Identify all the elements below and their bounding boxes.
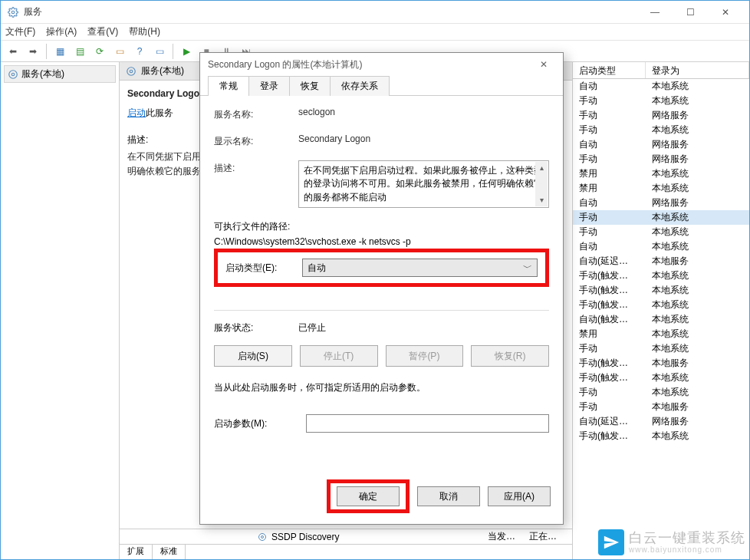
services-icon <box>7 6 19 18</box>
table-row[interactable]: 手动网络服务 <box>573 152 749 166</box>
tree-node-services-local[interactable]: 服务(本地) <box>4 65 116 83</box>
table-row[interactable]: 手动本地系统 <box>573 225 749 239</box>
label-service-status: 服务状态: <box>214 321 298 334</box>
description-textbox[interactable]: 在不同凭据下启用启动过程。如果此服务被停止，这种类型的登录访问将不可用。如果此服… <box>298 160 549 208</box>
table-row[interactable]: 手动(触发…本地系统 <box>573 429 749 443</box>
close-button[interactable]: ✕ <box>708 2 743 23</box>
apply-button[interactable]: 应用(A) <box>488 486 551 506</box>
tab-extended[interactable]: 扩展 <box>120 545 153 559</box>
col-startup-type[interactable]: 启动类型 <box>573 62 646 78</box>
start-button[interactable]: 启动(S) <box>214 345 292 367</box>
cell-logon-as: 本地系统 <box>646 313 749 326</box>
table-row[interactable]: 手动本地系统 <box>573 341 749 356</box>
svg-point-3 <box>130 70 133 73</box>
highlight-ok: 确定 <box>327 479 410 513</box>
show-hide-tree-button[interactable]: ▦ <box>51 43 69 60</box>
table-row[interactable]: 自动(延迟…本地服务 <box>573 254 749 268</box>
cell-startup-type: 手动 <box>573 211 646 224</box>
tab-standard[interactable]: 标准 <box>153 545 186 559</box>
cell-startup-type: 手动 <box>573 226 646 239</box>
table-row[interactable]: 手动(触发…本地系统 <box>573 298 749 312</box>
table-row[interactable]: 手动本地系统 <box>573 210 749 225</box>
cell-logon-as: 网络服务 <box>646 415 749 428</box>
tab-recovery[interactable]: 恢复 <box>289 76 331 96</box>
table-row[interactable]: 禁用本地系统 <box>573 181 749 196</box>
cell-logon-as: 本地服务 <box>646 400 749 413</box>
cancel-button[interactable]: 取消 <box>417 486 480 506</box>
cell-logon-as: 本地系统 <box>646 342 749 355</box>
watermark-text: 白云一键重装系统 <box>629 531 745 546</box>
table-row[interactable]: 自动本地系统 <box>573 79 749 94</box>
cell-logon-as: 本地系统 <box>646 284 749 297</box>
table-row[interactable]: 手动本地系统 <box>573 385 749 400</box>
list-visible-row[interactable]: SSDP Discovery 当发… 正在… <box>120 529 572 544</box>
menu-view[interactable]: 查看(V) <box>87 25 118 38</box>
svg-point-0 <box>12 11 15 14</box>
service-control-buttons: 启动(S) 停止(T) 暂停(P) 恢复(R) <box>214 345 549 367</box>
cell-logon-as: 网络服务 <box>646 138 749 151</box>
help-button[interactable]: ? <box>130 43 149 60</box>
table-row[interactable]: 手动本地系统 <box>573 94 749 108</box>
tab-logon[interactable]: 登录 <box>248 76 290 96</box>
start-service-button[interactable]: ▶ <box>177 43 196 60</box>
table-row[interactable]: 自动本地系统 <box>573 239 749 254</box>
table-row[interactable]: 自动(触发…本地系统 <box>573 312 749 327</box>
start-service-link[interactable]: 启动 <box>127 107 146 118</box>
row-status: 当发… <box>488 530 515 543</box>
window-controls: — ☐ ✕ <box>637 2 743 23</box>
dialog-titlebar: Secondary Logon 的属性(本地计算机) ✕ <box>200 53 563 76</box>
left-tree: 服务(本地) <box>1 62 120 559</box>
dialog-close-button[interactable]: ✕ <box>532 54 555 74</box>
properties-button[interactable]: ▭ <box>110 43 129 60</box>
table-row[interactable]: 手动(触发…本地系统 <box>573 371 749 385</box>
minimize-button[interactable]: — <box>637 2 673 23</box>
stop-button: 停止(T) <box>300 345 378 367</box>
startup-type-dropdown[interactable]: 自动 ﹀ <box>302 259 538 277</box>
right-list: 启动类型 登录为 自动本地系统手动本地系统手动网络服务手动本地系统自动网络服务手… <box>573 62 749 559</box>
cell-startup-type: 手动 <box>573 94 646 107</box>
table-row[interactable]: 禁用本地系统 <box>573 166 749 181</box>
cell-logon-as: 本地系统 <box>646 386 749 399</box>
refresh-button[interactable]: ⟳ <box>90 43 109 60</box>
tab-general[interactable]: 常规 <box>208 76 249 96</box>
value-display-name: Secondary Logon <box>298 133 549 144</box>
scroll-down-icon[interactable]: ▾ <box>535 194 548 206</box>
cell-logon-as: 网络服务 <box>646 196 749 209</box>
tree-node-label: 服务(本地) <box>21 68 64 81</box>
help2-button[interactable]: ▭ <box>150 43 169 60</box>
cell-startup-type: 手动 <box>573 400 646 413</box>
cell-logon-as: 本地系统 <box>646 124 749 137</box>
scrollbar[interactable]: ▴▾ <box>535 162 548 206</box>
table-row[interactable]: 手动网络服务 <box>573 108 749 123</box>
table-row[interactable]: 手动本地系统 <box>573 123 749 137</box>
col-logon-as[interactable]: 登录为 <box>646 62 749 78</box>
cell-startup-type: 手动 <box>573 124 646 137</box>
table-row[interactable]: 禁用本地系统 <box>573 327 749 341</box>
cell-startup-type: 手动(触发… <box>573 371 646 384</box>
table-row[interactable]: 手动本地服务 <box>573 400 749 414</box>
tab-dependencies[interactable]: 依存关系 <box>330 76 390 96</box>
table-row[interactable]: 手动(触发…本地服务 <box>573 356 749 371</box>
back-button[interactable]: ⬅ <box>4 43 22 60</box>
cell-logon-as: 本地系统 <box>646 430 749 443</box>
label-start-params: 启动参数(M): <box>214 417 306 430</box>
maximize-button[interactable]: ☐ <box>673 2 708 23</box>
menu-file[interactable]: 文件(F) <box>5 25 35 38</box>
menubar: 文件(F) 操作(A) 查看(V) 帮助(H) <box>1 24 749 41</box>
startup-params-hint: 当从此处启动服务时，你可指定所适用的启动参数。 <box>214 380 549 394</box>
table-row[interactable]: 手动(触发…本地系统 <box>573 283 749 298</box>
table-row[interactable]: 自动网络服务 <box>573 137 749 152</box>
menu-help[interactable]: 帮助(H) <box>129 25 160 38</box>
forward-button[interactable]: ➡ <box>24 43 42 60</box>
table-row[interactable]: 自动网络服务 <box>573 196 749 210</box>
table-row[interactable]: 手动(触发…本地系统 <box>573 268 749 283</box>
export-button[interactable]: ▤ <box>71 43 89 60</box>
scroll-up-icon[interactable]: ▴ <box>535 162 548 174</box>
menu-action[interactable]: 操作(A) <box>46 25 77 38</box>
ok-button[interactable]: 确定 <box>337 486 400 506</box>
list-body[interactable]: 自动本地系统手动本地系统手动网络服务手动本地系统自动网络服务手动网络服务禁用本地… <box>573 79 749 559</box>
start-params-input[interactable] <box>306 414 549 433</box>
table-row[interactable]: 自动(延迟…网络服务 <box>573 414 749 429</box>
value-exe-path: C:\Windows\system32\svchost.exe -k netsv… <box>214 236 549 247</box>
dialog-body: 服务名称: seclogon 显示名称: Secondary Logon 描述:… <box>200 96 563 479</box>
